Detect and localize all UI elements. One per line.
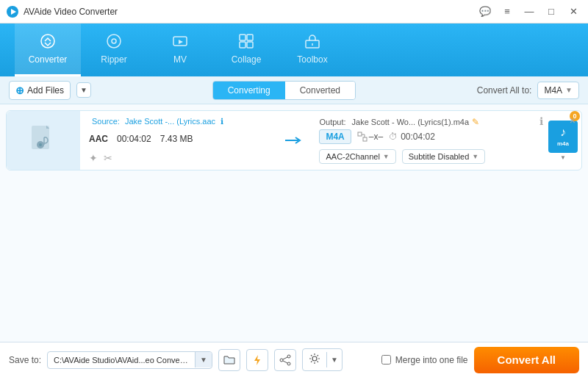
bottom-bar: Save to: C:\AVAide Studio\AVAid...eo Con… (0, 342, 588, 377)
resolution-display: –x– (357, 132, 383, 142)
share-icon (279, 354, 291, 366)
toolbar: ⊕ Add Files ▼ Converting Converted Conve… (0, 76, 588, 104)
tab-converter[interactable]: Converter (15, 24, 81, 76)
flash-icon (251, 354, 263, 366)
note-icon: ♪ (560, 126, 566, 139)
settings-button[interactable]: ▼ (302, 348, 343, 371)
svg-rect-8 (240, 42, 245, 48)
open-folder-button[interactable] (218, 349, 240, 371)
tab-toolbox[interactable]: Toolbox (279, 24, 345, 76)
svg-rect-7 (247, 35, 253, 40)
toolbox-icon (304, 33, 320, 51)
svg-point-3 (107, 35, 121, 48)
convert-all-to-label: Convert All to: (477, 85, 532, 96)
maximize-button[interactable]: □ (542, 4, 560, 19)
file-duration: 00:04:02 (117, 134, 151, 144)
format-dropdown-icon: ▼ (565, 86, 573, 94)
edit-filename-icon[interactable]: ✎ (472, 117, 479, 127)
clock-icon: ⏱ (389, 132, 398, 142)
close-button[interactable]: ✕ (564, 4, 582, 19)
converter-icon (40, 33, 56, 51)
svg-point-19 (280, 359, 283, 362)
audio-channel-select[interactable]: AAC-2Channel ▼ (319, 149, 395, 164)
window-controls: 💬 ≡ — □ ✕ (476, 4, 582, 19)
badge-dropdown-arrow[interactable]: ▼ (560, 154, 566, 161)
app-title: AVAide Video Converter (24, 7, 476, 17)
file-info: Source: Jake Scott -... (Lyrics.aac ℹ AA… (80, 111, 278, 170)
svg-point-18 (287, 355, 290, 358)
converting-tab[interactable]: Converting (213, 82, 285, 99)
format-selector[interactable]: M4A ▼ (537, 82, 579, 99)
save-path-selector: C:\AVAide Studio\AVAid...eo Converter\Co… (47, 351, 212, 369)
share-button[interactable] (274, 349, 296, 371)
plus-icon: ⊕ (15, 85, 24, 96)
subtitle-dropdown-arrow: ▼ (472, 153, 478, 160)
save-path-text: C:\AVAide Studio\AVAid...eo Converter\Co… (48, 352, 195, 368)
cut-icon[interactable]: ✂ (104, 152, 112, 164)
save-to-label: Save to: (9, 355, 41, 365)
app-logo (6, 5, 19, 18)
collage-icon (238, 33, 254, 51)
folder-icon (223, 354, 235, 366)
svg-rect-17 (363, 137, 367, 141)
svg-point-14 (39, 143, 42, 146)
file-item: Source: Jake Scott -... (Lyrics.aac ℹ AA… (6, 110, 582, 170)
main-content: Source: Jake Scott -... (Lyrics.aac ℹ AA… (0, 104, 588, 342)
tab-collage[interactable]: Collage (213, 24, 279, 76)
title-bar: AVAide Video Converter 💬 ≡ — □ ✕ (0, 0, 588, 24)
convert-arrow-icon (284, 134, 304, 147)
minimize-button[interactable]: — (520, 4, 538, 19)
remove-file-button[interactable]: × (570, 115, 576, 126)
chat-button[interactable]: 💬 (476, 4, 494, 19)
merge-label: Merge into one file (395, 355, 468, 365)
gear-icon (303, 349, 326, 370)
tab-mv[interactable]: MV (147, 24, 213, 76)
file-info-button[interactable]: ℹ (539, 115, 543, 127)
arrow-separator (278, 111, 310, 170)
file-thumbnail (7, 111, 80, 170)
audio-file-icon (26, 123, 61, 158)
output-format-badge[interactable]: M4A (319, 129, 351, 144)
file-list: Source: Jake Scott -... (Lyrics.aac ℹ AA… (0, 104, 588, 342)
save-path-dropdown[interactable]: ▼ (195, 352, 212, 367)
subtitle-select[interactable]: Subtitle Disabled ▼ (402, 149, 485, 164)
output-info: Output: Jake Scott - Wo... (Lyrics(1).m4… (310, 111, 545, 170)
converted-tab[interactable]: Converted (285, 82, 355, 99)
duration-display: ⏱ 00:04:02 (389, 132, 435, 142)
add-files-button[interactable]: ⊕ Add Files (9, 81, 71, 100)
file-meta: AAC 00:04:02 7.43 MB (89, 134, 269, 144)
file-format: AAC (89, 134, 108, 144)
resize-icon (357, 132, 368, 142)
mv-icon (172, 33, 188, 51)
merge-checkbox-input[interactable] (381, 355, 391, 365)
channel-dropdown-arrow: ▼ (383, 153, 390, 160)
svg-point-23 (312, 356, 317, 361)
svg-rect-6 (240, 35, 245, 40)
tab-ripper[interactable]: Ripper (81, 24, 147, 76)
ripper-icon (106, 33, 122, 51)
flash-button[interactable] (246, 349, 268, 371)
output-file-badge-area: 0 ♪ m4a ▼ (545, 111, 581, 170)
svg-point-4 (112, 39, 116, 43)
nav-bar: Converter Ripper MV Collag (0, 24, 588, 76)
menu-button[interactable]: ≡ (498, 4, 516, 19)
convert-all-button[interactable]: Convert All (474, 347, 579, 373)
merge-checkbox-label[interactable]: Merge into one file (381, 355, 468, 365)
output-label: Output: Jake Scott - Wo... (Lyrics(1).m4… (319, 117, 536, 127)
converter-label: Converter (29, 54, 68, 65)
add-files-dropdown[interactable]: ▼ (76, 82, 91, 98)
effects-icon[interactable]: ✦ (89, 152, 98, 164)
svg-line-22 (283, 361, 287, 363)
output-dropdowns: AAC-2Channel ▼ Subtitle Disabled ▼ (319, 149, 536, 164)
source-info-icon[interactable]: ℹ (220, 117, 223, 126)
file-size: 7.43 MB (160, 134, 193, 144)
toolbox-label: Toolbox (297, 54, 327, 65)
svg-rect-9 (247, 42, 253, 48)
collage-label: Collage (232, 54, 262, 65)
svg-point-20 (287, 362, 290, 365)
add-files-label: Add Files (27, 85, 64, 96)
settings-dropdown-arrow[interactable]: ▼ (326, 352, 342, 367)
file-actions: ✦ ✂ (89, 152, 269, 164)
source-label: Source: Jake Scott -... (Lyrics.aac ℹ (89, 117, 269, 126)
m4a-label: m4a (557, 140, 569, 147)
